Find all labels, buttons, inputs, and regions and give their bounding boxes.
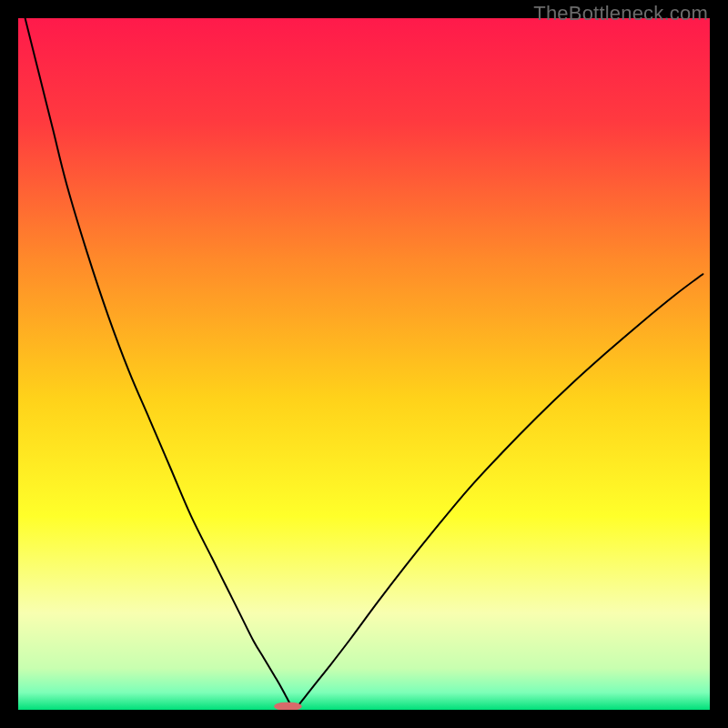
optimal-marker bbox=[274, 703, 301, 710]
gradient-background bbox=[18, 18, 710, 710]
chart-frame bbox=[18, 18, 710, 710]
bottleneck-chart bbox=[18, 18, 710, 710]
watermark-text: TheBottleneck.com bbox=[533, 2, 708, 25]
